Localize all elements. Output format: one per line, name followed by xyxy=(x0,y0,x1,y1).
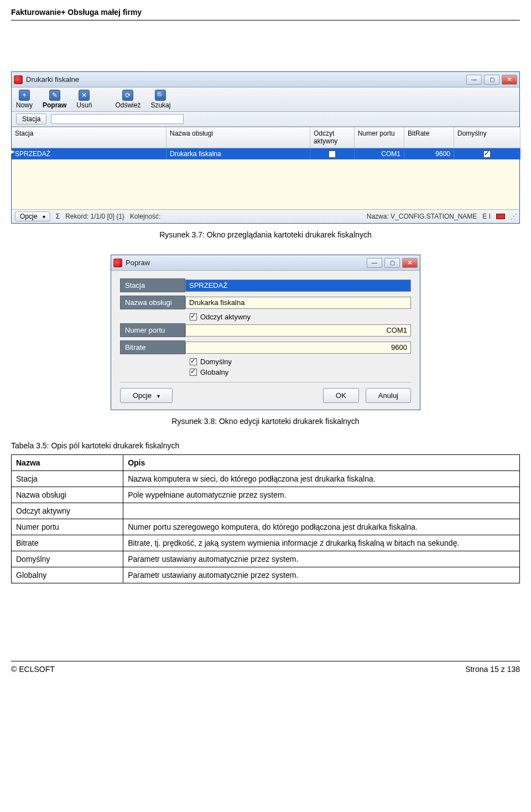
maximize-button[interactable]: ▢ xyxy=(484,75,499,85)
table-row: Nazwa obsługiPole wypełniane automatyczn… xyxy=(12,487,520,503)
ok-button[interactable]: OK xyxy=(323,388,359,403)
cell-desc: Numer portu szeregowego komputera, do kt… xyxy=(123,519,520,535)
close-button[interactable]: ✕ xyxy=(402,258,418,268)
status-bar: Opcje ▾ Σ Rekord: 1/1/0 [0] {1} Kolejnoś… xyxy=(12,209,519,223)
sigma-icon: Σ xyxy=(56,213,60,220)
toolbar-szukaj-label: Szukaj xyxy=(150,101,170,109)
titlebar-popraw: Popraw — ▢ ✕ xyxy=(111,255,420,271)
check-globalny-label: Globalny xyxy=(200,368,228,376)
form-divider xyxy=(120,382,411,382)
th-nazwa: Nazwa xyxy=(12,455,123,471)
table-row: Odczyt aktywny xyxy=(12,503,520,519)
window-popraw: Popraw — ▢ ✕ Stacja SPRZEDAŻ Nazwa obsłu… xyxy=(111,255,420,410)
chevron-down-icon: ▾ xyxy=(157,393,160,399)
cell-desc xyxy=(123,503,520,519)
app-icon xyxy=(113,258,122,267)
cell-name: Bitrate xyxy=(12,535,123,551)
bottom-blank xyxy=(11,583,520,661)
toolbar-nowy-label: Nowy xyxy=(16,101,33,109)
resize-grip-icon[interactable]: ⋰ xyxy=(511,213,516,220)
grid-row-selected[interactable]: ▶ SPRZEDAŻ Drukarka fiskalna COM1 9600 xyxy=(12,148,519,159)
window-title: Drukarki fiskalne xyxy=(26,75,466,84)
ei-indicator: E I xyxy=(482,213,491,220)
maximize-button[interactable]: ▢ xyxy=(384,258,400,268)
anuluj-button[interactable]: Anuluj xyxy=(366,388,411,403)
delete-icon: ✕ xyxy=(79,90,90,101)
app-icon xyxy=(14,75,23,84)
input-numer-portu[interactable]: COM1 xyxy=(185,324,411,337)
window-drukarki-fiskalne: Drukarki fiskalne — ▢ ✕ + Nowy ✎ Popraw … xyxy=(11,71,520,224)
toolbar-odswiez-label: Odśwież xyxy=(115,101,140,109)
footer-page-number: Strona 15 z 138 xyxy=(465,665,520,674)
window-title-popraw: Popraw xyxy=(126,258,367,267)
toolbar-szukaj[interactable]: 🔍 Szukaj xyxy=(149,90,171,109)
opcje-button[interactable]: Opcje ▾ xyxy=(120,388,173,403)
checkbox-checked-icon xyxy=(190,358,197,365)
toolbar-usun-label: Usuń xyxy=(76,101,92,109)
col-nazwa-obslugi[interactable]: Nazwa obsługi xyxy=(166,127,310,148)
toolbar-usun[interactable]: ✕ Usuń xyxy=(75,90,93,109)
filter-stacja-button[interactable]: Stacja xyxy=(16,113,46,125)
minimize-button[interactable]: — xyxy=(367,258,382,268)
opcje-button-label: Opcje xyxy=(133,391,152,400)
record-indicator: Rekord: 1/1/0 [0] {1} xyxy=(65,213,124,220)
checkbox-checked-icon xyxy=(483,151,491,158)
search-icon: 🔍 xyxy=(155,90,166,101)
check-odczyt-aktywny[interactable]: Odczyt aktywny xyxy=(190,313,411,321)
kolejnosc-label: Kolejność: xyxy=(130,213,160,220)
figure-caption-3-8: Rysunek 3.8: Okno edycji kartoteki druka… xyxy=(11,417,520,426)
col-domyslny[interactable]: Domyślny xyxy=(454,127,520,148)
titlebar: Drukarki fiskalne — ▢ ✕ xyxy=(12,72,519,87)
check-domyslny[interactable]: Domyślny xyxy=(190,358,411,366)
cell-desc: Bitrate, tj. prędkość, z jaką system wym… xyxy=(123,535,520,551)
cell-desc: Parametr ustawiany automatycznie przez s… xyxy=(123,567,520,583)
col-numer-portu[interactable]: Numer portu xyxy=(355,127,404,148)
close-button[interactable]: ✕ xyxy=(502,75,517,85)
checkbox-unchecked-icon xyxy=(329,151,336,158)
cell-desc: Nazwa komputera w sieci, do którego podł… xyxy=(123,471,520,487)
status-opcje-button[interactable]: Opcje ▾ xyxy=(15,211,50,221)
toolbar-odswiez[interactable]: ⟳ Odśwież xyxy=(114,90,142,109)
th-opis: Opis xyxy=(123,455,520,471)
label-stacja: Stacja xyxy=(120,278,185,292)
cell-name: Domyślny xyxy=(12,551,123,567)
input-bitrate[interactable]: 9600 xyxy=(185,342,411,354)
col-stacja[interactable]: Stacja xyxy=(12,127,166,148)
table-row: GlobalnyParametr ustawiany automatycznie… xyxy=(12,567,520,583)
checkbox-checked-icon xyxy=(190,313,197,320)
filter-stacja-input[interactable] xyxy=(51,114,184,124)
cell-name: Numer portu xyxy=(12,519,123,535)
check-globalny[interactable]: Globalny xyxy=(190,368,411,376)
cell-desc: Pole wypełniane automatycznie przez syst… xyxy=(123,487,520,503)
table-caption-3-5: Tabela 3.5: Opis pól kartoteki drukarek … xyxy=(11,441,520,450)
cell-nazwa: Drukarka fiskalna xyxy=(166,148,310,159)
data-grid: Stacja Nazwa obsługi Odczyt aktywny Nume… xyxy=(12,127,519,209)
check-domyslny-label: Domyślny xyxy=(200,358,232,366)
toolbar-nowy[interactable]: + Nowy xyxy=(15,90,34,109)
label-bitrate: Bitrate xyxy=(120,340,185,354)
cell-bitrate: 9600 xyxy=(404,148,454,159)
minimize-button[interactable]: — xyxy=(466,75,482,85)
toolbar-popraw[interactable]: ✎ Popraw xyxy=(41,90,67,109)
main-toolbar: + Nowy ✎ Popraw ✕ Usuń ⟳ Odśwież 🔍 xyxy=(12,87,519,112)
status-opcje-label: Opcje xyxy=(20,213,37,220)
field-description-table: Nazwa Opis StacjaNazwa komputera w sieci… xyxy=(11,454,520,583)
status-led-icon xyxy=(496,214,505,219)
input-stacja[interactable]: SPRZEDAŻ xyxy=(185,280,411,292)
header-rule xyxy=(11,20,520,20)
plus-icon: + xyxy=(19,90,30,101)
nazwa-field-indicator: Nazwa: V_CONFIG.STATION_NAME xyxy=(367,213,477,220)
table-row: Numer portuNumer portu szeregowego kompu… xyxy=(12,519,520,535)
cell-stacja: SPRZEDAŻ xyxy=(12,148,166,159)
cell-odczyt xyxy=(310,148,355,159)
toolbar-popraw-label: Popraw xyxy=(43,101,66,109)
chevron-down-icon: ▾ xyxy=(43,214,45,220)
col-bitrate[interactable]: BitRate xyxy=(404,127,454,148)
checkbox-checked-icon xyxy=(190,369,197,376)
cell-name: Odczyt aktywny xyxy=(12,503,123,519)
cell-name: Stacja xyxy=(12,471,123,487)
cell-name: Globalny xyxy=(12,567,123,583)
input-nazwa-obslugi[interactable]: Drukarka fiskalna xyxy=(185,297,411,309)
cell-domyslny xyxy=(454,148,520,159)
col-odczyt-aktywny[interactable]: Odczyt aktywny xyxy=(310,127,355,148)
